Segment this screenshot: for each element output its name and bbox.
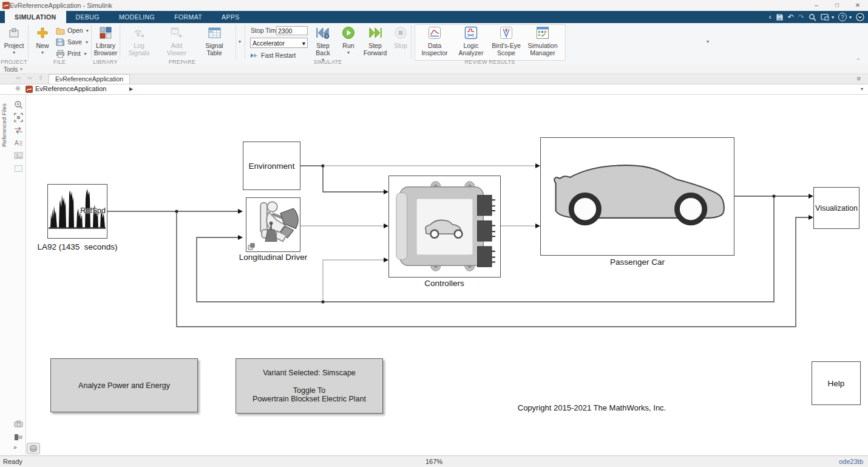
maximize-button[interactable]: □ <box>827 0 847 11</box>
variant-badge-icon <box>248 243 255 250</box>
library-browser-button[interactable]: Library Browser <box>92 25 119 56</box>
output-port-label: RefSpd <box>80 206 106 215</box>
signal-table-icon <box>208 27 221 39</box>
review-gallery-dropdown[interactable]: ▾ <box>707 39 709 44</box>
tab-debug[interactable]: DEBUG <box>66 11 109 23</box>
copyright-text: Copyright 2015-2021 The MathWorks, Inc. <box>513 403 671 412</box>
help-icon[interactable]: ? <box>838 13 847 21</box>
quick-access-toolbar: ‹ ↶ ↷ ▾ ? ▾ <box>769 11 864 23</box>
tab-simulation[interactable]: SIMULATION <box>5 11 66 23</box>
tab-modeling[interactable]: MODELING <box>109 11 164 23</box>
section-label-project: PROJECT <box>0 59 28 65</box>
open-button[interactable]: Open ▾ <box>56 25 89 36</box>
add-viewer-button[interactable]: Add Viewer <box>161 25 192 56</box>
expand-all-icon[interactable]: ⊕ <box>15 85 20 92</box>
section-label-prepare: PREPARE <box>120 59 245 65</box>
tab-apps[interactable]: APPS <box>212 11 249 23</box>
open-icon <box>56 27 65 35</box>
qat-overflow-icon[interactable]: ‹ <box>769 13 771 21</box>
camera-icon[interactable] <box>13 419 24 429</box>
save-icon[interactable] <box>776 13 784 21</box>
referenced-files-tab[interactable]: Referenced Files <box>1 95 7 147</box>
help-block[interactable]: Help <box>812 361 861 405</box>
collapse-ribbon-icon[interactable]: ⌃ <box>856 58 861 64</box>
area-box-icon[interactable] <box>13 163 24 173</box>
drive-cycle-block[interactable]: RefSpd <box>47 184 107 239</box>
subsystem-badge-icon[interactable] <box>13 432 24 442</box>
status-solver[interactable]: ode23tb <box>839 458 863 465</box>
dropdown-arrow-icon: ▾ <box>302 39 305 47</box>
tab-list-icon[interactable]: ≡ <box>857 75 861 82</box>
fit-to-view-icon[interactable] <box>13 112 24 122</box>
visualization-block[interactable]: Visualization <box>813 187 860 229</box>
controllers-block[interactable] <box>388 176 501 278</box>
nav-back-icon[interactable]: ⇦ <box>16 75 21 81</box>
dropdown-arrow-icon[interactable]: ▾ <box>832 15 834 20</box>
breadcrumb-arrow-icon[interactable]: ▶ <box>129 86 133 92</box>
account-icon[interactable] <box>856 13 864 21</box>
dropdown-arrow-icon: ▾ <box>13 49 15 56</box>
log-signals-button[interactable]: Log Signals <box>124 25 154 56</box>
new-button[interactable]: New ▾ <box>32 25 53 56</box>
print-button[interactable]: Print ▾ <box>56 48 87 59</box>
birds-eye-scope-icon <box>500 26 513 39</box>
stop-icon <box>394 26 407 39</box>
close-button[interactable]: ✕ <box>847 0 868 11</box>
step-forward-button[interactable]: Step Forward <box>361 25 389 56</box>
document-tab[interactable]: EvReferenceApplication <box>49 74 130 84</box>
signal-lines-icon[interactable] <box>13 125 24 135</box>
step-back-button[interactable]: Step Back ▾ <box>311 25 335 64</box>
run-button[interactable]: Run ▾ <box>339 25 358 56</box>
dropdown-arrow-icon[interactable]: ▾ <box>20 67 22 72</box>
section-label-review: REVIEW RESULTS <box>411 59 569 65</box>
passenger-car-block[interactable] <box>540 137 734 256</box>
nav-up-icon[interactable]: ⇧ <box>38 75 43 81</box>
image-icon[interactable] <box>13 151 24 160</box>
simulation-mode-select[interactable]: Accelerator ▾ <box>250 38 308 48</box>
signal-table-button[interactable]: Signal Table <box>199 25 229 56</box>
birds-eye-scope-button[interactable]: Bird's-Eye Scope <box>489 25 523 56</box>
document-tab-row: ⇦ ⇨ ⇧ EvReferenceApplication ≡ <box>0 74 868 84</box>
save-icon <box>56 38 64 46</box>
undo-icon[interactable]: ↶ <box>788 13 794 21</box>
tools-label[interactable]: Tools <box>4 66 18 73</box>
prepare-gallery-dropdown[interactable]: ▾ <box>239 39 241 44</box>
tools-row: Tools ▾ <box>0 65 868 74</box>
expand-chevrons-icon[interactable]: » <box>13 444 17 451</box>
stop-button[interactable]: Stop <box>392 25 409 49</box>
annotation-icon[interactable]: A <box>13 138 24 148</box>
variant-line1: Variant Selected: Simscape <box>263 369 356 377</box>
breadcrumb-bar: ⊕ EvReferenceApplication ▶ ▾ <box>0 84 868 95</box>
dropdown-arrow-icon: ▾ <box>84 51 87 56</box>
data-browser-button[interactable] <box>27 443 40 454</box>
window-title: EvReferenceApplication - Simulink <box>10 2 112 9</box>
library-browser-icon <box>100 27 112 39</box>
project-button[interactable]: Project ▾ <box>1 25 27 56</box>
redo-icon[interactable]: ↷ <box>798 13 804 21</box>
stop-time-label: Stop Time <box>251 27 279 34</box>
screenshot-icon[interactable] <box>821 13 829 21</box>
save-button[interactable]: Save ▾ <box>56 36 88 47</box>
dropdown-arrow-icon[interactable]: ▾ <box>849 15 852 20</box>
stop-time-input[interactable] <box>276 26 308 35</box>
add-viewer-icon <box>169 26 184 39</box>
data-inspector-button[interactable]: Data Inspector <box>419 25 450 56</box>
passenger-car-caption: Passenger Car <box>601 257 674 267</box>
nav-forward-icon[interactable]: ⇨ <box>27 75 32 81</box>
environment-block[interactable]: Environment <box>243 141 300 190</box>
svg-text:A: A <box>15 140 19 146</box>
analyze-power-energy-button[interactable]: Analyze Power and Energy <box>50 358 198 412</box>
tab-format[interactable]: FORMAT <box>164 11 212 23</box>
simulation-manager-button[interactable]: Simulation Manager <box>526 25 560 56</box>
zoom-icon[interactable] <box>13 100 24 109</box>
search-icon[interactable] <box>809 13 816 21</box>
longitudinal-driver-block[interactable] <box>246 197 300 252</box>
new-icon <box>36 27 49 39</box>
minimize-button[interactable]: – <box>806 0 827 11</box>
left-palette: Referenced Files A <box>0 95 26 455</box>
data-inspector-icon <box>428 26 441 39</box>
breadcrumb[interactable]: EvReferenceApplication <box>35 85 106 92</box>
variant-toggle-button[interactable]: Variant Selected: Simscape Toggle To Pow… <box>236 358 383 414</box>
breadcrumb-dropdown-icon[interactable]: ▾ <box>861 86 863 92</box>
logic-analyzer-button[interactable]: Logic Analyzer <box>455 25 487 56</box>
